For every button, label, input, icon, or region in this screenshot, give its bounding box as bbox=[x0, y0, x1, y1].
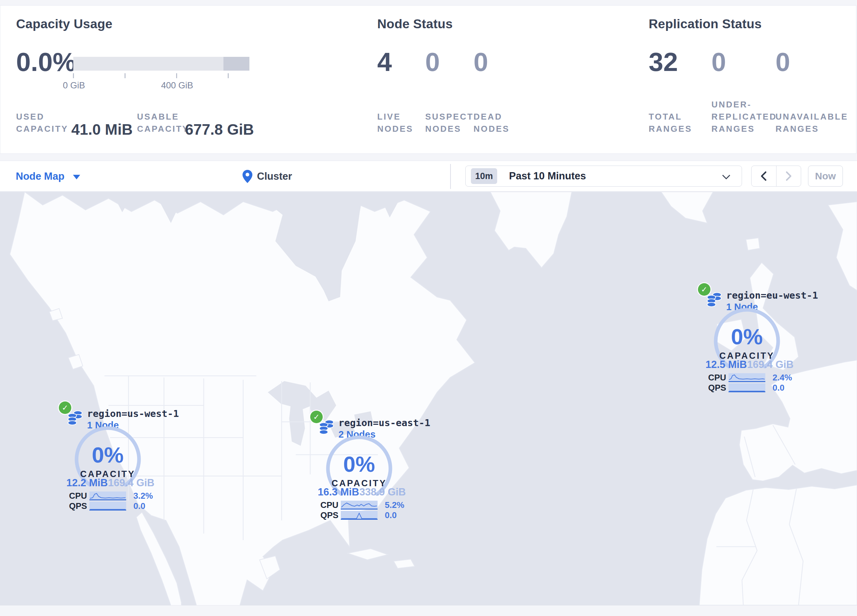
suspect-nodes-label: SUSPECT NODES bbox=[425, 111, 473, 135]
capacity-tick-label-0: 0 GiB bbox=[63, 80, 85, 91]
capacity-tick bbox=[176, 73, 177, 78]
under-replicated-count: 0 bbox=[712, 49, 726, 75]
gauge-percent: 0% bbox=[321, 451, 397, 477]
time-range-badge: 10m bbox=[471, 168, 497, 184]
qps-value: 0.0 bbox=[133, 501, 145, 511]
suspect-nodes-label-line2: NODES bbox=[425, 123, 473, 135]
qps-metric-row: QPS 0.0 bbox=[708, 383, 799, 393]
cpu-value: 2.4% bbox=[773, 372, 792, 383]
region-name: region=us-east-1 bbox=[339, 417, 430, 428]
chevron-right-icon bbox=[785, 171, 792, 181]
unavailable-ranges-label: UNAVAILABLE RANGES bbox=[775, 111, 848, 135]
map-africa bbox=[699, 485, 857, 605]
map-toolbar: Node Map Cluster 10m Past 10 Minutes Now bbox=[0, 161, 857, 191]
chevron-left-icon bbox=[760, 171, 767, 181]
qps-value: 0.0 bbox=[385, 510, 397, 520]
unavailable-ranges-label-line2: RANGES bbox=[775, 123, 848, 135]
cpu-metric-row: CPU 2.4% bbox=[708, 372, 799, 383]
view-selector-dropdown[interactable]: Node Map bbox=[16, 161, 80, 192]
time-step-forward-button[interactable] bbox=[777, 166, 801, 186]
cluster-summary-panel: Capacity Usage 0.0% 0 GiB 400 GiB USED C… bbox=[0, 5, 856, 154]
cpu-value: 3.2% bbox=[133, 491, 153, 501]
usable-capacity-label: USABLE CAPACITY bbox=[137, 111, 189, 135]
cpu-sparkline bbox=[729, 373, 765, 382]
under-replicated-label-line3: RANGES bbox=[712, 123, 777, 135]
under-replicated-label-line1: UNDER- bbox=[712, 99, 777, 111]
node-map[interactable] bbox=[0, 192, 857, 605]
capacity-values: 12.2 MiB 169.4 GiB bbox=[56, 477, 160, 489]
used-capacity-value: 41.0 MiB bbox=[71, 120, 133, 138]
region-marker-us-west-1[interactable]: ✓ region=us-west-1 1 Node 0% CAPACITY 12… bbox=[56, 401, 160, 513]
cpu-sparkline bbox=[90, 491, 126, 500]
suspect-nodes-count: 0 bbox=[425, 49, 440, 75]
capacity-tick bbox=[125, 73, 125, 78]
cpu-sparkline bbox=[341, 501, 377, 509]
dead-nodes-count: 0 bbox=[473, 49, 488, 75]
cpu-label: CPU bbox=[69, 491, 90, 501]
chevron-down-icon bbox=[722, 174, 730, 180]
under-replicated-label-line2: REPLICATED bbox=[712, 111, 777, 123]
gauge-percent: 0% bbox=[70, 442, 146, 468]
region-marker-eu-west-1[interactable]: ✓ region=eu-west-1 1 Node 0% CAPACITY 12… bbox=[695, 283, 799, 395]
capacity-usage-title: Capacity Usage bbox=[16, 17, 112, 31]
used-value: 12.5 MiB bbox=[705, 359, 747, 371]
now-button[interactable]: Now bbox=[808, 165, 843, 187]
qps-sparkline bbox=[341, 511, 377, 520]
total-ranges-label-line2: RANGES bbox=[649, 123, 692, 135]
breadcrumb-label: Cluster bbox=[257, 170, 292, 182]
used-capacity-label-line1: USED bbox=[16, 111, 68, 123]
node-status-title: Node Status bbox=[377, 17, 453, 31]
map-hispaniola bbox=[394, 559, 415, 568]
usable-value: 338.9 GiB bbox=[359, 486, 406, 498]
map-island bbox=[746, 238, 760, 250]
time-step-buttons bbox=[751, 165, 801, 187]
unavailable-count: 0 bbox=[775, 49, 790, 75]
location-pin-icon bbox=[243, 170, 252, 183]
live-nodes-label-line2: NODES bbox=[377, 123, 413, 135]
region-name: region=eu-west-1 bbox=[726, 290, 818, 301]
used-capacity-label-line2: CAPACITY bbox=[16, 123, 68, 135]
suspect-nodes-label-line1: SUSPECT bbox=[425, 111, 473, 123]
cpu-metric-row: CPU 3.2% bbox=[69, 491, 160, 501]
usable-capacity-label-line2: CAPACITY bbox=[137, 123, 189, 135]
usable-value: 169.4 GiB bbox=[108, 477, 155, 489]
capacity-values: 12.5 MiB 169.4 GiB bbox=[695, 359, 799, 371]
qps-label: QPS bbox=[708, 383, 729, 393]
cpu-value: 5.2% bbox=[385, 500, 404, 510]
gauge-percent: 0% bbox=[709, 324, 785, 349]
time-step-back-button[interactable] bbox=[752, 166, 777, 186]
used-value: 16.3 MiB bbox=[318, 486, 359, 498]
database-icon bbox=[319, 419, 334, 435]
usable-value: 169.4 GiB bbox=[747, 359, 794, 371]
caret-down-icon bbox=[73, 175, 80, 179]
database-icon bbox=[68, 410, 83, 426]
total-ranges-label-line1: TOTAL bbox=[649, 111, 692, 123]
time-range-selector[interactable]: 10m Past 10 Minutes bbox=[465, 165, 742, 187]
region-marker-us-east-1[interactable]: ✓ region=us-east-1 2 Nodes 0% CAPACITY 1… bbox=[307, 411, 411, 522]
node-status-section: Node Status 4 0 0 LIVE NODES SUSPECT NOD… bbox=[377, 6, 627, 154]
qps-sparkline bbox=[90, 502, 126, 511]
unavailable-ranges-label-line1: UNAVAILABLE bbox=[775, 111, 848, 123]
qps-value: 0.0 bbox=[773, 383, 784, 393]
live-nodes-label: LIVE NODES bbox=[377, 111, 413, 135]
under-replicated-label: UNDER- REPLICATED RANGES bbox=[712, 99, 777, 135]
view-selector-label: Node Map bbox=[16, 170, 64, 182]
used-value: 12.2 MiB bbox=[67, 477, 108, 489]
total-ranges-count: 32 bbox=[649, 49, 678, 75]
capacity-tick bbox=[228, 73, 229, 78]
total-ranges-label: TOTAL RANGES bbox=[649, 111, 692, 135]
qps-sparkline bbox=[729, 383, 765, 392]
cpu-label: CPU bbox=[320, 500, 341, 510]
live-nodes-count: 4 bbox=[377, 49, 392, 75]
region-name: region=us-west-1 bbox=[87, 408, 179, 419]
breadcrumb[interactable]: Cluster bbox=[243, 161, 292, 192]
qps-metric-row: QPS 0.0 bbox=[69, 501, 160, 511]
dead-nodes-label-line1: DEAD bbox=[473, 111, 510, 123]
capacity-tick-label-400: 400 GiB bbox=[161, 80, 193, 91]
world-map bbox=[0, 192, 857, 605]
capacity-tick bbox=[73, 73, 74, 78]
cpu-metric-row: CPU 5.2% bbox=[320, 500, 411, 510]
live-nodes-label-line1: LIVE bbox=[377, 111, 413, 123]
qps-label: QPS bbox=[69, 501, 90, 511]
used-capacity-label: USED CAPACITY bbox=[16, 111, 68, 135]
